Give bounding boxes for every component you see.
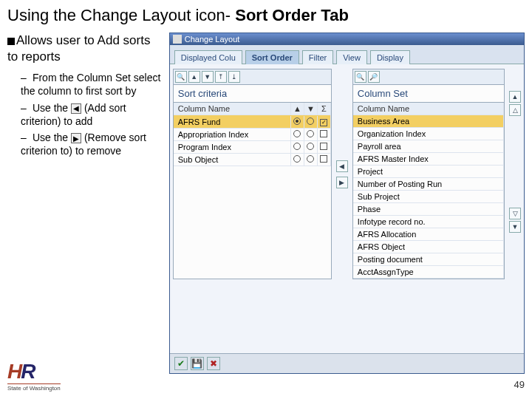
table-row[interactable]: AcctAssgnType: [353, 266, 504, 279]
table-row[interactable]: Infotype record no.: [353, 216, 504, 228]
cell: Program Index: [174, 141, 291, 153]
table-row[interactable]: Number of Posting Run: [353, 178, 504, 191]
panel-title: Sort criteria: [174, 85, 331, 102]
cell: Appropriation Index: [174, 129, 291, 140]
find-next-icon[interactable]: 🔎: [368, 71, 380, 83]
sort-desc-icon[interactable]: ▼: [202, 71, 214, 83]
column-set-grid: Column Name Business Area Organization I…: [353, 102, 504, 279]
column-header: Column Name: [174, 103, 291, 115]
table-row[interactable]: Posting document: [353, 253, 504, 266]
asc-header-icon: ▲: [291, 103, 304, 115]
change-layout-dialog: Change Layout Displayed Colu Sort Order …: [169, 33, 525, 374]
accept-button[interactable]: ✔: [174, 357, 188, 370]
table-row[interactable]: Organization Index: [353, 128, 504, 140]
tab-display[interactable]: Display: [370, 50, 410, 64]
checkbox-icon[interactable]: ✓: [320, 119, 327, 126]
tab-displayed-columns[interactable]: Displayed Colu: [174, 50, 242, 64]
table-row[interactable]: Payroll area: [353, 140, 504, 153]
cell: Phase: [353, 203, 504, 215]
table-row[interactable]: AFRS Fund ✓: [174, 115, 331, 129]
panel-title: Column Set: [353, 85, 504, 102]
cell: Posting document: [353, 253, 504, 265]
scroll-up-icon[interactable]: △: [509, 104, 521, 116]
cell: AFRS Fund: [174, 116, 291, 128]
checkbox-icon[interactable]: [320, 130, 327, 137]
find-icon[interactable]: 🔍: [355, 71, 366, 83]
slide-title: Using the Change Layout icon- Sort Order…: [7, 6, 525, 25]
sub-bullet: – Use the ▶ (Remove sort criterion to) t…: [21, 131, 162, 157]
table-row[interactable]: Project: [353, 166, 504, 178]
checkbox-icon[interactable]: [320, 155, 327, 163]
window-icon: [173, 35, 182, 44]
add-criterion-button[interactable]: ◀: [336, 160, 348, 172]
radio-icon[interactable]: [307, 155, 314, 163]
hr-logo: HR State of Washington: [7, 360, 61, 392]
desc-header-icon: ▼: [304, 103, 318, 115]
scroll-top-icon[interactable]: ▲: [509, 91, 521, 103]
add-criterion-icon: ◀: [71, 103, 81, 114]
table-row[interactable]: Program Index: [174, 141, 331, 154]
radio-icon[interactable]: [293, 117, 301, 125]
radio-icon[interactable]: [293, 130, 301, 137]
sub-bullet-text: Use the: [33, 102, 68, 114]
transfer-buttons: ◀ ▶: [336, 69, 348, 279]
move-top-icon[interactable]: ⤒: [215, 71, 227, 83]
cell: Infotype record no.: [353, 216, 504, 228]
radio-icon[interactable]: [307, 143, 314, 150]
move-bottom-icon[interactable]: ⤓: [228, 71, 240, 83]
radio-icon[interactable]: [307, 117, 314, 125]
scroll-down-icon[interactable]: ▽: [509, 208, 521, 219]
bullet-column: Allows user to Add sorts to reports – Fr…: [7, 33, 162, 374]
column-header: Column Name: [353, 103, 504, 115]
table-row[interactable]: AFRS Object: [353, 241, 504, 253]
cell: AFRS Object: [353, 241, 504, 253]
cell: AFRS Master Index: [353, 153, 504, 165]
checkbox-icon[interactable]: [320, 143, 327, 150]
sub-bullet: – Use the ◀ (Add sort criterion) to add: [21, 101, 162, 128]
sum-header-icon: Σ: [318, 103, 331, 115]
table-row[interactable]: AFRS Master Index: [353, 153, 504, 166]
scroll-column: ▲ △ ▽ ▼: [509, 69, 521, 279]
cell: Organization Index: [353, 128, 504, 140]
cell: Sub Project: [353, 191, 504, 202]
remove-criterion-icon: ▶: [71, 133, 81, 143]
scroll-bottom-icon[interactable]: ▼: [509, 221, 521, 233]
save-layout-button[interactable]: 💾: [191, 357, 204, 370]
tab-sort-order[interactable]: Sort Order: [245, 50, 299, 64]
cell: Business Area: [353, 115, 504, 127]
table-row[interactable]: Appropriation Index: [174, 129, 331, 141]
cell: Project: [353, 166, 504, 177]
dialog-footer: ✔ 💾 ✖: [170, 353, 524, 373]
title-bold: Sort Order Tab: [235, 6, 349, 24]
table-row[interactable]: AFRS Allocation: [353, 228, 504, 241]
cell: Payroll area: [353, 140, 504, 152]
tab-filter[interactable]: Filter: [302, 50, 333, 64]
logo-subtext: State of Washington: [7, 383, 61, 392]
cancel-button[interactable]: ✖: [207, 357, 220, 370]
page-number: 49: [514, 379, 525, 390]
cell: AFRS Allocation: [353, 228, 504, 240]
panel-toolbar: 🔍 ▲ ▼ ⤒ ⤓: [174, 69, 331, 85]
radio-icon[interactable]: [307, 130, 314, 137]
cell: Sub Object: [174, 154, 291, 166]
find-icon[interactable]: 🔍: [175, 71, 187, 83]
remove-criterion-button[interactable]: ▶: [336, 177, 348, 188]
sort-asc-icon[interactable]: ▲: [188, 71, 200, 83]
dialog-title-text: Change Layout: [185, 35, 240, 44]
main-bullet-text: Allows user to Add sorts to reports: [7, 33, 150, 64]
tab-view[interactable]: View: [336, 50, 367, 64]
table-row[interactable]: Phase: [353, 203, 504, 216]
square-bullet-icon: [7, 38, 15, 45]
table-row[interactable]: Sub Object: [174, 154, 331, 166]
radio-icon[interactable]: [293, 143, 301, 150]
sub-bullet-text: Use the: [33, 132, 68, 143]
radio-icon[interactable]: [293, 155, 301, 163]
panel-toolbar: 🔍 🔎: [353, 69, 504, 85]
column-set-panel: 🔍 🔎 Column Set Column Name Business Area…: [352, 69, 505, 279]
sort-criteria-grid: Column Name ▲ ▼ Σ AFRS Fund ✓ Appr: [174, 102, 331, 166]
tab-strip: Displayed Colu Sort Order Filter View Di…: [170, 45, 524, 64]
table-row[interactable]: Sub Project: [353, 191, 504, 203]
main-bullet: Allows user to Add sorts to reports: [7, 33, 162, 65]
table-row[interactable]: Business Area: [353, 115, 504, 128]
sub-bullet-text: From the Column Set select the column to…: [21, 72, 160, 97]
